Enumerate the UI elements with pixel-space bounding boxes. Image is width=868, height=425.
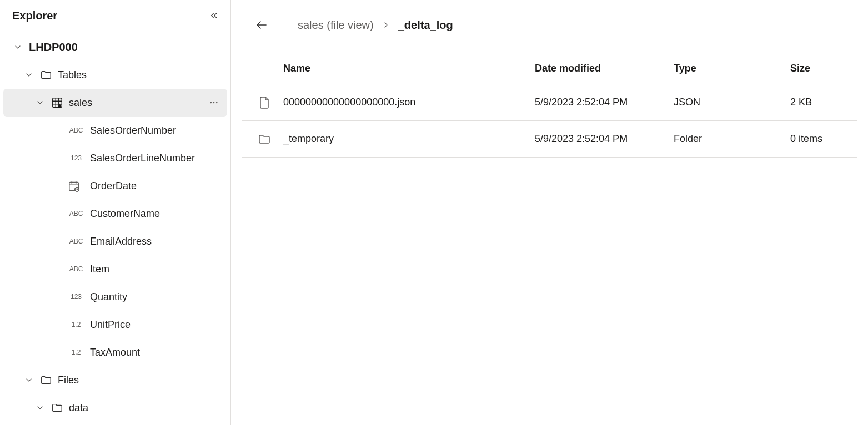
tree-node-label: CustomerName bbox=[90, 208, 160, 220]
tree-node-column[interactable]: 123 Quantity bbox=[3, 283, 227, 311]
folder-icon bbox=[248, 133, 281, 146]
chevron-down-icon bbox=[34, 97, 46, 108]
breadcrumb: sales (file view) _delta_log bbox=[242, 11, 857, 39]
tree-node-label: SalesOrderNumber bbox=[90, 125, 176, 136]
column-header-type[interactable]: Type bbox=[674, 63, 790, 74]
tree-node-column[interactable]: ABC Item bbox=[3, 255, 227, 283]
tree-node-files[interactable]: Files bbox=[3, 366, 227, 394]
sidebar-header: Explorer bbox=[0, 4, 230, 30]
tree-node-tables[interactable]: Tables bbox=[3, 61, 227, 89]
tree-node-root[interactable]: LHDP000 bbox=[3, 33, 227, 61]
chevron-down-icon bbox=[12, 42, 23, 53]
decimal-type-icon: 1.2 bbox=[68, 348, 84, 356]
explorer-tree: LHDP000 Tables bbox=[0, 30, 230, 422]
explorer-sidebar: Explorer LHDP000 Tables bbox=[0, 0, 231, 425]
file-table-header: Name Date modified Type Size bbox=[242, 53, 857, 84]
sidebar-title: Explorer bbox=[12, 9, 57, 22]
chevron-down-icon bbox=[23, 69, 34, 80]
column-header-date[interactable]: Date modified bbox=[535, 63, 674, 74]
tree-node-label: EmailAddress bbox=[90, 236, 152, 247]
table-row[interactable]: 00000000000000000000.json 5/9/2023 2:52:… bbox=[242, 84, 857, 121]
file-table: Name Date modified Type Size 00000000000… bbox=[242, 53, 857, 158]
tree-node-label: UnitPrice bbox=[90, 319, 131, 331]
tree-node-label: Item bbox=[90, 264, 109, 275]
tree-node-label: Files bbox=[58, 375, 79, 386]
delta-table-icon bbox=[51, 97, 63, 109]
folder-icon bbox=[40, 69, 52, 81]
file-date: 5/9/2023 2:52:04 PM bbox=[535, 97, 674, 108]
abc-type-icon: ABC bbox=[68, 127, 84, 134]
tree-node-label: LHDP000 bbox=[29, 41, 78, 54]
file-icon bbox=[248, 96, 281, 109]
column-header-size[interactable]: Size bbox=[790, 63, 857, 74]
tree-node-label: Quantity bbox=[90, 291, 127, 303]
tree-node-data[interactable]: data bbox=[3, 394, 227, 422]
123-type-icon: 123 bbox=[68, 293, 84, 301]
tree-node-label: TaxAmount bbox=[90, 347, 140, 358]
tree-node-label: Tables bbox=[58, 69, 87, 81]
double-chevron-left-icon bbox=[209, 11, 219, 21]
table-row[interactable]: _temporary 5/9/2023 2:52:04 PM Folder 0 … bbox=[242, 121, 857, 158]
abc-type-icon: ABC bbox=[68, 210, 84, 217]
tree-node-column[interactable]: OrderDate bbox=[3, 172, 227, 200]
tree-node-column[interactable]: ABC EmailAddress bbox=[3, 227, 227, 255]
file-size: 2 KB bbox=[790, 97, 857, 108]
file-size: 0 items bbox=[790, 133, 857, 145]
file-date: 5/9/2023 2:52:04 PM bbox=[535, 133, 674, 145]
tree-node-label: sales bbox=[69, 97, 92, 109]
svg-point-7 bbox=[216, 102, 218, 104]
tree-node-label: OrderDate bbox=[90, 180, 137, 192]
tree-node-column[interactable]: 123 SalesOrderLineNumber bbox=[3, 144, 227, 172]
file-name: _temporary bbox=[281, 133, 535, 145]
breadcrumb-items: sales (file view) _delta_log bbox=[298, 19, 453, 32]
abc-type-icon: ABC bbox=[68, 237, 84, 245]
tree-node-sales[interactable]: sales bbox=[3, 89, 227, 117]
column-header-name[interactable]: Name bbox=[281, 63, 535, 74]
more-actions-button[interactable] bbox=[206, 95, 222, 110]
decimal-type-icon: 1.2 bbox=[68, 321, 84, 328]
tree-node-column[interactable]: 1.2 UnitPrice bbox=[3, 311, 227, 338]
collapse-sidebar-button[interactable] bbox=[206, 8, 222, 23]
chevron-down-icon bbox=[23, 375, 34, 386]
tree-node-label: SalesOrderLineNumber bbox=[90, 153, 195, 164]
back-button[interactable] bbox=[252, 16, 271, 34]
folder-icon bbox=[40, 374, 52, 386]
chevron-right-icon bbox=[382, 21, 390, 29]
svg-point-5 bbox=[210, 102, 212, 104]
123-type-icon: 123 bbox=[68, 154, 84, 162]
svg-point-6 bbox=[213, 102, 215, 104]
tree-node-label: data bbox=[69, 402, 88, 414]
svg-line-15 bbox=[77, 189, 78, 190]
file-type: Folder bbox=[674, 133, 790, 145]
tree-node-column[interactable]: ABC CustomerName bbox=[3, 200, 227, 227]
tree-node-column[interactable]: ABC SalesOrderNumber bbox=[3, 117, 227, 144]
chevron-down-icon bbox=[34, 402, 46, 413]
file-type: JSON bbox=[674, 97, 790, 108]
arrow-left-icon bbox=[255, 18, 268, 32]
folder-icon bbox=[51, 402, 63, 414]
main-content: sales (file view) _delta_log Name Date m… bbox=[231, 0, 868, 425]
breadcrumb-current: _delta_log bbox=[398, 19, 453, 32]
breadcrumb-parent-link[interactable]: sales (file view) bbox=[298, 19, 374, 32]
tree-node-column[interactable]: 1.2 TaxAmount bbox=[3, 338, 227, 366]
abc-type-icon: ABC bbox=[68, 265, 84, 273]
file-name: 00000000000000000000.json bbox=[281, 97, 535, 108]
date-type-icon bbox=[68, 180, 84, 192]
